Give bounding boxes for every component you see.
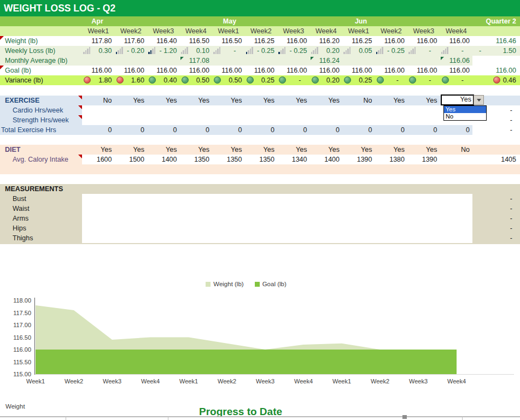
goal-cell[interactable]: 116.00 [212,66,245,75]
diet-yn-cell[interactable]: Yes [147,145,180,155]
week-header: Week1 [212,26,245,36]
weight-cell[interactable]: 116.00 [407,36,440,46]
calory-cell[interactable] [440,155,473,164]
monthly-average-cell [245,56,278,66]
week-header: Week1 [82,26,115,36]
dropdown-option-no[interactable]: No [444,113,486,120]
divider [462,417,463,420]
calory-cell[interactable]: 1500 [115,155,148,164]
calory-cell[interactable]: 1400 [310,155,343,164]
dropdown-list: Yes No [443,105,487,121]
quarter-header: Quarter 2 [486,16,516,26]
chevron-down-icon [477,99,481,102]
bar-rating-icon [343,47,351,54]
input-cells-empty[interactable] [82,194,472,204]
calory-cell[interactable]: 1380 [375,155,408,164]
y-tick-label: 116.00 [13,346,31,353]
dropdown-button[interactable] [474,95,484,105]
selected-cell-exercise-jun-week4[interactable]: Yes [441,94,474,105]
diet-yn-cell[interactable]: Yes [277,145,310,155]
diet-yn-cell[interactable]: Yes [245,145,278,155]
exercise-yn-cell[interactable]: Yes [375,96,408,105]
week-header: Week2 [115,26,148,36]
calory-cell[interactable]: 1350 [180,155,213,164]
exercise-yn-cell[interactable]: Yes [245,96,278,105]
green-light-icon [182,76,189,84]
calory-cell[interactable]: 1390 [342,155,375,164]
week-header: Week4 [310,26,343,36]
exercise-yn-cell[interactable]: Yes [180,96,213,105]
calory-cell[interactable]: 1340 [277,155,310,164]
y-tick-label: 118.00 [13,297,31,304]
exercise-yn-cell[interactable]: Yes [310,96,343,105]
calory-cell[interactable]: 1390 [407,155,440,164]
weight-cell[interactable]: 116.40 [147,36,180,46]
weight-cell[interactable]: 116.50 [180,36,213,46]
spreadsheet: WEIGHT LOSS LOG - Q2 Apr May Jun Quarter… [0,0,520,420]
input-cells-empty[interactable] [82,105,472,115]
calory-cell[interactable]: 1400 [147,155,180,164]
input-cells-empty[interactable] [82,214,472,223]
weight-cell[interactable]: 116.00 [375,36,408,46]
exercise-yn-cell[interactable]: Yes [277,96,310,105]
weight-cell[interactable]: 116.25 [342,36,375,46]
row-label-waist: Waist [0,204,82,214]
total-exercise-cell: 0 [375,125,408,135]
calory-cell[interactable]: 1350 [245,155,278,164]
weight-cell[interactable]: 116.00 [440,36,473,46]
section-label-diet: DIET [0,145,82,155]
weight-cell[interactable]: 116.25 [245,36,278,46]
diet-yn-cell[interactable]: Yes [82,145,115,155]
goal-cell[interactable]: 116.00 [310,66,343,75]
total-exercise-cell: 0 [115,125,148,135]
total-exercise-cell: 0 [245,125,278,135]
exercise-yn-cell[interactable]: No [82,96,115,105]
diet-yn-cell[interactable]: Yes [407,145,440,155]
bar-rating-icon [408,47,416,54]
goal-cell[interactable]: 116.00 [180,66,213,75]
input-cells-empty[interactable] [82,115,472,125]
exercise-yn-cell[interactable]: Yes [147,96,180,105]
diet-yn-cell[interactable]: Yes [375,145,408,155]
exercise-yn-cell[interactable]: Yes [115,96,148,105]
variance-value: 0.50 [229,76,242,84]
diet-yn-cell[interactable]: Yes [180,145,213,155]
month-header-row: Apr May Jun Quarter 2 [0,16,520,26]
input-cells-empty[interactable] [82,223,472,233]
goal-cell[interactable]: 116.00 [82,66,115,75]
input-cells-empty[interactable] [82,204,472,214]
monthly-average-value: 117.08 [189,57,209,64]
weight-cell[interactable]: 116.00 [277,36,310,46]
exercise-yn-cell[interactable]: Yes [407,96,440,105]
goal-cell[interactable]: 116.00 [342,66,375,75]
diet-yn-cell[interactable]: Yes [342,145,375,155]
diet-yn-cell[interactable]: No [440,145,473,155]
x-tick-label: Week2 [371,378,389,384]
diet-yn-cell[interactable]: Yes [115,145,148,155]
goal-cell[interactable]: 116.00 [245,66,278,75]
x-tick-label: Week4 [294,378,313,384]
calory-cell[interactable]: 1350 [212,155,245,164]
goal-cell[interactable]: 116.00 [375,66,408,75]
weight-cell[interactable]: 117.80 [82,36,115,46]
calory-cell[interactable]: 1600 [82,155,115,164]
total-exercise-cell: 0 [342,125,375,135]
goal-cell[interactable]: 116.00 [115,66,148,75]
dropdown-option-yes[interactable]: Yes [444,106,486,113]
weekly-loss-value: 0.10 [196,47,209,55]
exercise-yn-cell[interactable]: Yes [212,96,245,105]
row-label-monthly-average: Monthly Average (lb) [0,56,82,66]
input-cells-empty[interactable] [82,233,472,243]
weight-cell[interactable]: 116.50 [212,36,245,46]
row-label-thighs: Thighs [0,233,82,243]
goal-cell[interactable]: 116.00 [277,66,310,75]
goal-cell[interactable]: 116.00 [147,66,180,75]
row-label-hips: Hips [0,223,82,233]
weight-cell[interactable]: 117.60 [115,36,148,46]
exercise-yn-cell[interactable]: No [342,96,375,105]
goal-cell[interactable]: 116.00 [440,66,473,75]
diet-yn-cell[interactable]: Yes [310,145,343,155]
weight-cell[interactable]: 116.20 [310,36,343,46]
goal-cell[interactable]: 116.00 [407,66,440,75]
diet-yn-cell[interactable]: Yes [212,145,245,155]
